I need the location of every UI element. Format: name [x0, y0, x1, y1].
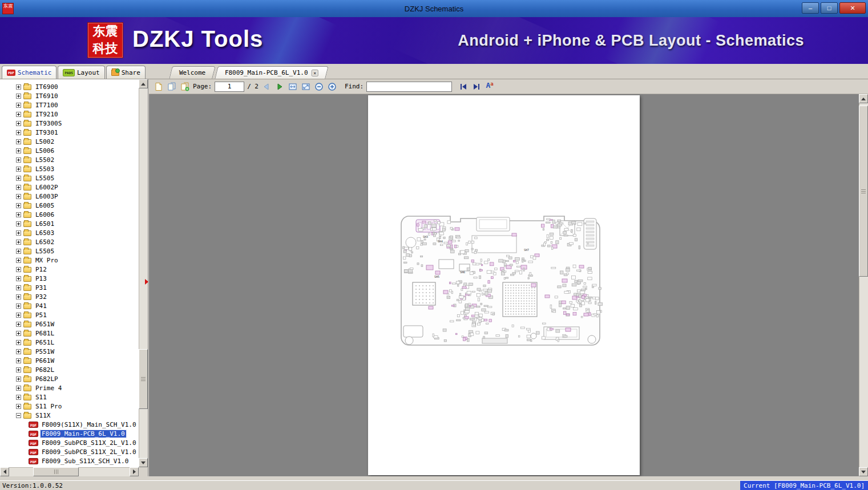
- expand-icon[interactable]: [16, 367, 21, 372]
- expand-icon[interactable]: [16, 303, 21, 309]
- tab-schematic[interactable]: PDF Schematic: [2, 66, 56, 79]
- expand-icon[interactable]: [16, 139, 21, 144]
- expand-icon[interactable]: [16, 130, 21, 135]
- single-page-icon[interactable]: [154, 82, 164, 92]
- tree-folder-l6503[interactable]: L6503: [0, 228, 139, 237]
- doc-tab-active[interactable]: F8009_Main-PCB_6L_V1.0 ✕: [215, 66, 328, 79]
- expand-icon[interactable]: [16, 203, 21, 208]
- zoom-in-icon[interactable]: [327, 82, 337, 92]
- expand-icon[interactable]: [16, 258, 21, 263]
- tree-folder-p51[interactable]: P51: [0, 310, 139, 319]
- tree-folder-l5502[interactable]: L5502: [0, 155, 139, 164]
- expand-icon[interactable]: [16, 376, 21, 382]
- expand-icon[interactable]: [16, 148, 21, 153]
- tree-horizontal-scrollbar[interactable]: [0, 467, 139, 476]
- tree-folder-it9210[interactable]: IT9210: [0, 110, 139, 119]
- document-page[interactable]: SH3SH4SH5SH6SH7: [368, 95, 640, 475]
- expand-icon[interactable]: [16, 194, 21, 199]
- tree-folder-l5002[interactable]: L5002: [0, 137, 139, 146]
- copy-pages-icon[interactable]: [167, 82, 177, 92]
- tree-folder-p681l[interactable]: P681L: [0, 329, 139, 338]
- fit-width-icon[interactable]: [288, 82, 298, 92]
- tree-folder-l5006[interactable]: L5006: [0, 146, 139, 155]
- tree-scroll-thumb[interactable]: [139, 349, 148, 409]
- tree-folder-p31[interactable]: P31: [0, 283, 139, 292]
- close-tab-icon[interactable]: ✕: [312, 70, 318, 76]
- expand-icon[interactable]: [16, 331, 21, 336]
- page-number-input[interactable]: [215, 82, 244, 92]
- viewer-scroll-up-button[interactable]: [859, 94, 868, 103]
- tree-folder-p682l[interactable]: P682L: [0, 365, 139, 374]
- find-next-icon[interactable]: [471, 82, 482, 92]
- expand-icon[interactable]: [16, 121, 21, 126]
- viewer-scroll-thumb[interactable]: [859, 106, 868, 277]
- find-previous-icon[interactable]: [458, 82, 469, 92]
- expand-icon[interactable]: [16, 313, 21, 318]
- tree-file-item[interactable]: PDFF8009(S11X)_Main_SCH_V1.0: [0, 420, 139, 429]
- expand-icon[interactable]: [16, 267, 21, 272]
- tree-folder-s11-pro[interactable]: S11 Pro: [0, 402, 139, 411]
- expand-icon[interactable]: [16, 322, 21, 327]
- tree-folder-p682lp[interactable]: P682LP: [0, 374, 139, 383]
- tree-folder-it6910[interactable]: IT6910: [0, 91, 139, 100]
- expand-icon[interactable]: [16, 285, 21, 290]
- tree-folder-l6502[interactable]: L6502: [0, 237, 139, 246]
- document-viewer[interactable]: SH3SH4SH5SH6SH7: [149, 94, 859, 476]
- doc-tab-welcome[interactable]: Welcome: [169, 66, 216, 79]
- tree-folder-it6900[interactable]: IT6900: [0, 82, 139, 91]
- tab-share[interactable]: Share: [106, 66, 146, 79]
- tree-folder-l5503[interactable]: L5503: [0, 164, 139, 173]
- scroll-right-button[interactable]: [130, 467, 139, 476]
- collapse-icon[interactable]: [16, 413, 21, 418]
- expand-icon[interactable]: [16, 230, 21, 236]
- tree-folder-p32[interactable]: P32: [0, 292, 139, 301]
- tree-folder-p651w[interactable]: P651W: [0, 319, 139, 329]
- maximize-button[interactable]: □: [821, 2, 838, 14]
- tree-folder-l6005[interactable]: L6005: [0, 201, 139, 210]
- tree-folder-p551w[interactable]: P551W: [0, 347, 139, 356]
- scroll-left-button[interactable]: [0, 467, 9, 476]
- tree-folder-p41[interactable]: P41: [0, 301, 139, 310]
- splitter-collapse-arrow[interactable]: [145, 279, 148, 285]
- tree-folder-s11x[interactable]: S11X: [0, 411, 139, 420]
- tree-folder-p651l[interactable]: P651L: [0, 338, 139, 347]
- expand-icon[interactable]: [16, 294, 21, 299]
- expand-icon[interactable]: [16, 276, 21, 281]
- next-page-icon[interactable]: [274, 82, 285, 92]
- fit-page-icon[interactable]: [301, 82, 311, 92]
- tree-file-item[interactable]: PDFF8009_SubPCB_S11X_2L_V1.0: [0, 447, 139, 456]
- minimize-button[interactable]: –: [802, 2, 819, 14]
- tree-folder-mx-pro[interactable]: MX Pro: [0, 256, 139, 265]
- tree-folder-prime-4[interactable]: Prime 4: [0, 383, 139, 392]
- scroll-down-button[interactable]: [139, 458, 148, 467]
- tree-folder-l5505[interactable]: L5505: [0, 173, 139, 183]
- tree-folder-s11[interactable]: S11: [0, 392, 139, 402]
- previous-page-icon[interactable]: [261, 82, 272, 92]
- tree-folder-l5505[interactable]: L5505: [0, 246, 139, 256]
- expand-icon[interactable]: [16, 112, 21, 117]
- expand-icon[interactable]: [16, 176, 21, 181]
- tree-vertical-scrollbar[interactable]: [139, 79, 148, 467]
- expand-icon[interactable]: [16, 94, 21, 99]
- expand-icon[interactable]: [16, 185, 21, 190]
- expand-icon[interactable]: [16, 340, 21, 345]
- tree-folder-l6003p[interactable]: L6003P: [0, 192, 139, 201]
- find-input[interactable]: [366, 82, 452, 92]
- close-button[interactable]: ✕: [839, 2, 866, 14]
- tree-folder-p661w[interactable]: P661W: [0, 356, 139, 365]
- tree-folder-p13[interactable]: P13: [0, 274, 139, 283]
- tree-folder-l6006[interactable]: L6006: [0, 210, 139, 219]
- expand-icon[interactable]: [16, 358, 21, 363]
- expand-icon[interactable]: [16, 221, 21, 226]
- tree-file-item[interactable]: PDFF8009_Main-PCB_6L_V1.0: [0, 429, 139, 438]
- expand-icon[interactable]: [16, 249, 21, 254]
- tree-hscroll-thumb[interactable]: [33, 467, 79, 476]
- expand-icon[interactable]: [16, 212, 21, 217]
- tree-folder-l6501[interactable]: L6501: [0, 219, 139, 228]
- extract-pages-icon[interactable]: [180, 82, 190, 92]
- tab-layout[interactable]: PADS Layout: [58, 66, 104, 79]
- expand-icon[interactable]: [16, 395, 21, 400]
- font-size-icon[interactable]: A a: [485, 82, 495, 92]
- expand-icon[interactable]: [16, 167, 21, 172]
- expand-icon[interactable]: [16, 349, 21, 354]
